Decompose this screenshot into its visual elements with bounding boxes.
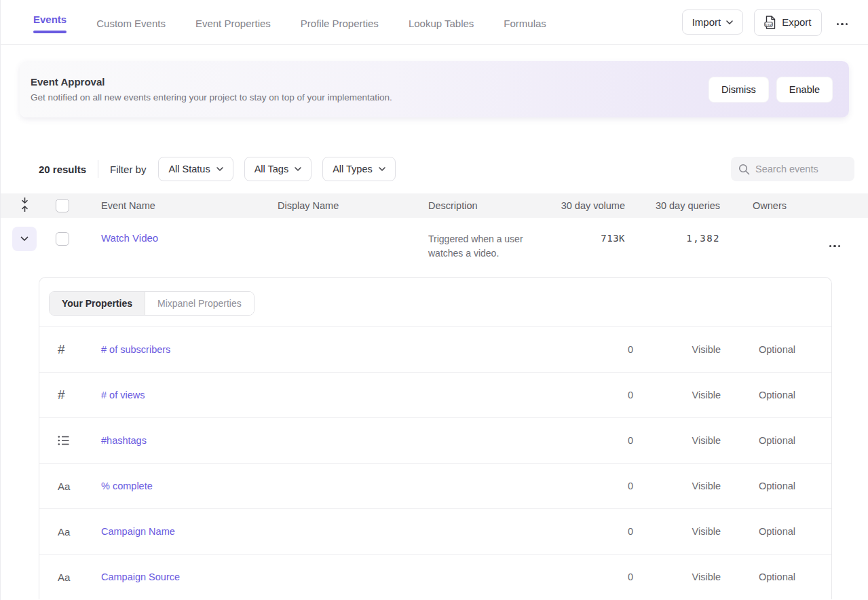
property-link[interactable]: #hashtags [101,435,592,446]
text-icon: Aa [39,481,101,492]
collapse-all-button[interactable] [19,195,31,216]
chevron-down-icon [20,236,29,242]
property-status[interactable]: Optional [721,390,795,400]
tab-event-properties[interactable]: Event Properties [195,15,271,29]
property-volume: 0 [592,571,633,582]
export-label: Export [782,16,811,28]
status-filter-label: All Status [168,164,210,174]
import-label: Import [692,16,721,28]
divider [98,160,98,178]
property-volume: 0 [592,481,633,491]
number-icon: # [39,342,101,357]
lexicon-page: Events Custom Events Event Properties Pr… [0,0,868,600]
tab-lookup-tables[interactable]: Lookup Tables [409,15,474,29]
property-status[interactable]: Optional [721,344,795,355]
property-volume: 0 [592,390,633,400]
filter-dropdowns: All Status All Tags All Types [158,157,395,181]
more-options-button[interactable] [833,13,852,31]
property-link[interactable]: # of views [101,390,592,400]
header-description[interactable]: Description [415,200,544,211]
chevron-down-icon [379,167,385,171]
event-volume: 713K [544,218,625,244]
events-table-header: Event Name Display Name Description 30 d… [1,193,868,218]
nav-actions: Import csv Export [682,9,852,36]
dismiss-button[interactable]: Dismiss [709,77,769,102]
event-row: Watch Video Triggered when a user watche… [1,218,868,277]
ellipsis-icon [837,23,848,26]
property-visibility[interactable]: Visible [633,481,721,491]
banner-title: Event Approval [31,76,392,88]
enable-button[interactable]: Enable [776,77,833,102]
filter-by-label: Filter by [110,164,146,175]
property-volume: 0 [592,435,633,446]
header-30-day-queries[interactable]: 30 day queries [625,200,720,211]
property-visibility[interactable]: Visible [633,344,721,355]
property-volume: 0 [592,344,633,355]
property-link[interactable]: % complete [101,481,592,491]
property-link[interactable]: Campaign Source [101,571,592,582]
property-row[interactable]: # # of views 0 Visible Optional [39,373,831,418]
types-filter-dropdown[interactable]: All Types [322,157,396,181]
property-row[interactable]: #hashtags 0 Visible Optional [39,418,831,464]
search-box [731,157,854,181]
property-row[interactable]: Aa Campaign Name 0 Visible Optional [39,509,831,555]
header-30-day-volume[interactable]: 30 day volume [544,200,625,211]
select-all-checkbox[interactable] [56,199,69,212]
property-row[interactable]: # # of subscribers 0 Visible Optional [39,327,831,373]
header-owners[interactable]: Owners [720,200,801,211]
property-status[interactable]: Optional [721,435,795,446]
property-link[interactable]: Campaign Name [101,526,592,537]
property-row[interactable]: Aa Campaign Source 0 Visible Optional [39,555,831,599]
row-checkbox[interactable] [56,232,69,246]
property-visibility[interactable]: Visible [633,390,721,400]
property-link[interactable]: # of subscribers [101,344,592,355]
search-icon [738,164,750,175]
import-button[interactable]: Import [682,10,744,35]
ellipsis-icon [829,245,841,248]
status-filter-dropdown[interactable]: All Status [158,157,233,181]
csv-file-icon: csv [764,16,776,29]
tab-your-properties[interactable]: Your Properties [50,292,145,315]
filter-bar: 20 results Filter by All Status All Tags… [1,157,868,181]
tab-events[interactable]: Events [33,11,67,33]
properties-tabs-row: Your Properties Mixpanel Properties [39,278,831,327]
event-description: Triggered when a user watches a video. [428,232,538,261]
property-status[interactable]: Optional [721,526,795,537]
tab-custom-events[interactable]: Custom Events [96,15,166,29]
property-visibility[interactable]: Visible [633,571,721,582]
banner-actions: Dismiss Enable [709,77,833,102]
property-visibility[interactable]: Visible [633,435,721,446]
header-display-name[interactable]: Display Name [264,200,415,211]
results-count: 20 results [39,164,86,175]
chevron-down-icon [726,20,733,24]
tab-profile-properties[interactable]: Profile Properties [301,15,379,29]
chevron-down-icon [295,167,301,171]
property-volume: 0 [592,526,633,537]
header-event-name[interactable]: Event Name [81,200,264,211]
banner-subtitle: Get notified on all new events entering … [31,92,392,102]
banner-text: Event Approval Get notified on all new e… [31,76,392,102]
tab-formulas[interactable]: Formulas [504,15,546,29]
tab-mixpanel-properties[interactable]: Mixpanel Properties [145,292,254,315]
property-status[interactable]: Optional [721,481,795,491]
text-icon: Aa [39,571,101,583]
event-queries: 1,382 [625,218,720,244]
text-icon: Aa [39,526,101,538]
top-nav: Events Custom Events Event Properties Pr… [1,0,868,45]
tags-filter-dropdown[interactable]: All Tags [244,157,312,181]
export-button[interactable]: csv Export [754,9,821,36]
property-visibility[interactable]: Visible [633,526,721,537]
property-row[interactable]: Aa % complete 0 Visible Optional [39,464,831,509]
event-approval-banner: Event Approval Get notified on all new e… [20,61,849,117]
types-filter-label: All Types [333,164,373,174]
event-name-link[interactable]: Watch Video [101,232,158,244]
collapse-all-icon [20,197,29,212]
row-actions-button[interactable] [825,235,845,253]
property-status[interactable]: Optional [721,571,795,582]
svg-text:csv: csv [766,22,772,26]
tags-filter-label: All Tags [254,164,289,174]
properties-segmented-control: Your Properties Mixpanel Properties [49,291,254,316]
event-properties-panel: Your Properties Mixpanel Properties # # … [39,277,832,599]
collapse-row-button[interactable] [12,227,37,251]
nav-tabs: Events Custom Events Event Properties Pr… [33,11,546,33]
